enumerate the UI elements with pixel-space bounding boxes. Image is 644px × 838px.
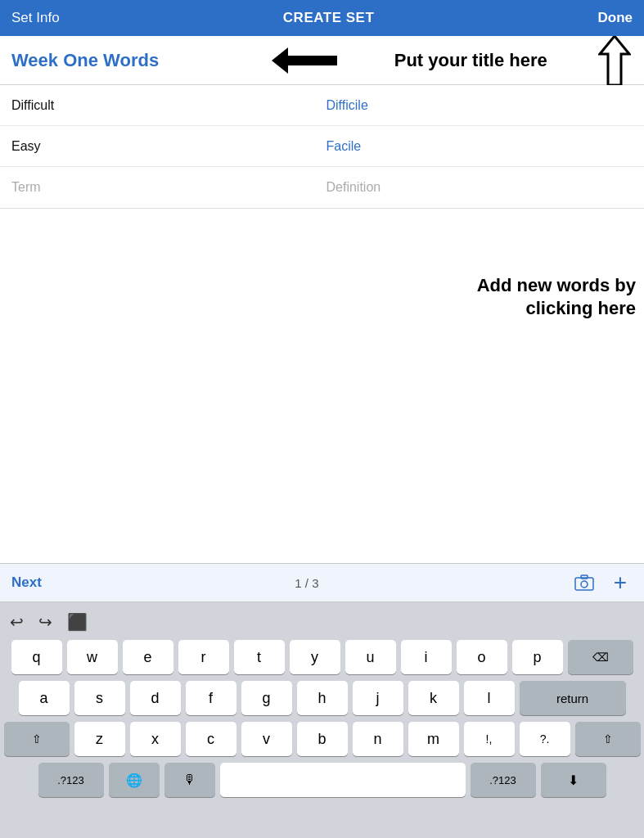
undo-icon[interactable]: ↩ (10, 612, 24, 632)
key-l[interactable]: l (464, 681, 515, 715)
key-p[interactable]: p (512, 640, 563, 674)
add-annotation: Add new words by clicking here (423, 274, 636, 319)
key-d[interactable]: d (130, 681, 181, 715)
word-list: Difficult Difficile Easy Facile Term Def… (0, 85, 644, 209)
redo-icon[interactable]: ↪ (38, 612, 52, 632)
keyboard: ↩ ↪ ⬛ q w e r t y u i o p ⌫ a s d f g h … (0, 602, 644, 838)
emoji-key[interactable]: 🌐 (109, 763, 160, 797)
add-icon: + (614, 571, 627, 594)
set-title[interactable]: Week One Words (11, 50, 263, 71)
hide-keyboard-key[interactable]: ⬇ (541, 763, 606, 797)
set-info-button[interactable]: Set Info (11, 10, 60, 26)
key-v[interactable]: v (241, 722, 292, 756)
mic-key[interactable]: 🎙 (164, 763, 215, 797)
delete-key[interactable]: ⌫ (568, 640, 633, 674)
key-a[interactable]: a (19, 681, 70, 715)
term-placeholder: Term (11, 180, 318, 195)
key-h[interactable]: h (297, 681, 348, 715)
term-1: Difficult (11, 98, 318, 113)
key-s[interactable]: s (74, 681, 125, 715)
key-e[interactable]: e (123, 640, 173, 674)
key-f[interactable]: f (186, 681, 236, 715)
key-j[interactable]: j (353, 681, 403, 715)
return-key[interactable]: return (520, 681, 626, 715)
key-u[interactable]: u (345, 640, 396, 674)
num-key-right[interactable]: .?123 (471, 763, 536, 797)
bottom-toolbar: Next 1 / 3 + (0, 563, 644, 602)
paste-icon[interactable]: ⬛ (67, 612, 88, 632)
keyboard-row-2: a s d f g h j k l return (3, 681, 641, 715)
camera-button[interactable] (572, 570, 597, 595)
key-z[interactable]: z (74, 722, 125, 756)
keyboard-row-1: q w e r t y u i o p ⌫ (3, 640, 641, 674)
key-exclaim[interactable]: !, (464, 722, 515, 756)
num-key-left[interactable]: .?123 (38, 763, 104, 797)
keyboard-row-3: ⇧ z x c v b n m !, ?. ⇧ (3, 722, 641, 756)
done-button[interactable]: Done (598, 10, 633, 26)
key-g[interactable]: g (241, 681, 292, 715)
key-m[interactable]: m (408, 722, 459, 756)
def-1: Difficile (318, 98, 633, 113)
keyboard-toolbar: ↩ ↪ ⬛ (3, 607, 641, 637)
add-word-button[interactable]: + (608, 570, 633, 595)
key-question[interactable]: ?. (520, 722, 570, 756)
key-k[interactable]: k (408, 681, 459, 715)
shift-key-left[interactable]: ⇧ (4, 722, 70, 756)
done-arrow-icon (597, 40, 633, 81)
key-c[interactable]: c (186, 722, 236, 756)
key-o[interactable]: o (457, 640, 507, 674)
header-title: CREATE SET (283, 10, 374, 26)
word-row-2[interactable]: Easy Facile (0, 126, 644, 167)
title-bar: Week One Words Put your title here (0, 36, 644, 85)
def-2: Facile (318, 139, 633, 154)
page-counter: 1 / 3 (42, 576, 572, 590)
svg-marker-1 (600, 36, 629, 85)
key-r[interactable]: r (178, 640, 229, 674)
svg-rect-5 (581, 575, 588, 579)
svg-point-4 (581, 581, 588, 588)
key-x[interactable]: x (130, 722, 181, 756)
key-b[interactable]: b (297, 722, 348, 756)
title-arrow-icon (272, 46, 337, 75)
word-row-1[interactable]: Difficult Difficile (0, 85, 644, 126)
def-placeholder: Definition (318, 180, 633, 195)
keyboard-rows: q w e r t y u i o p ⌫ a s d f g h j k l … (3, 640, 641, 797)
header: Set Info CREATE SET Done (0, 0, 644, 36)
title-annotation: Put your title here (345, 50, 597, 71)
svg-marker-0 (272, 47, 337, 74)
next-button[interactable]: Next (11, 574, 42, 591)
key-n[interactable]: n (353, 722, 403, 756)
word-row-3-placeholder[interactable]: Term Definition (0, 167, 644, 208)
key-t[interactable]: t (234, 640, 285, 674)
key-y[interactable]: y (290, 640, 340, 674)
keyboard-row-4: .?123 🌐 🎙 .?123 ⬇ (3, 763, 641, 797)
space-key[interactable] (220, 763, 466, 797)
shift-key-right[interactable]: ⇧ (575, 722, 641, 756)
term-2: Easy (11, 139, 318, 154)
key-i[interactable]: i (401, 640, 452, 674)
key-q[interactable]: q (11, 640, 62, 674)
key-w[interactable]: w (67, 640, 118, 674)
